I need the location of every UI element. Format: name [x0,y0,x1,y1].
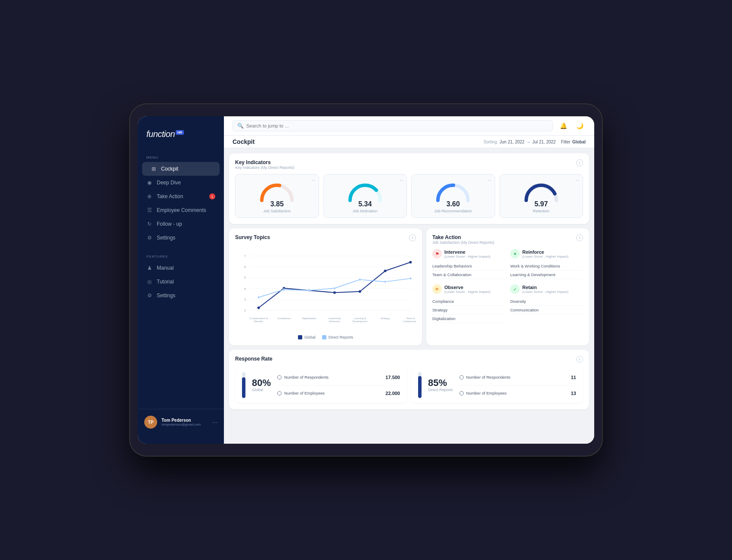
gauge-label-3: Job Recommendation [434,209,472,213]
key-indicators-card: Key Indicators Key Indicators (My Direct… [229,153,589,224]
svg-text:Digitalization: Digitalization [302,317,316,320]
key-indicators-subtitle: Key Indicators (My Direct Reports) [235,165,295,170]
reinforce-item-1[interactable]: Learning & Development [510,271,583,279]
gauge-job-satisfaction: — 3.85 Job Satisfaction [235,174,319,218]
stat-label-respondents-direct: Number of Respondents [459,375,511,380]
sidebar-item-manual[interactable]: ♟ Manual [138,261,224,275]
gauge-svg-3 [434,179,472,202]
gauges-row: — 3.85 Job Satisfaction — [235,174,583,218]
svg-text:Benefits: Benefits [254,320,263,323]
svg-point-24 [384,281,386,283]
svg-text:Leadership: Leadership [329,317,341,320]
retain-title: Retain [522,285,568,290]
svg-text:Compensation &: Compensation & [249,317,268,320]
gauge-label-1: Job Satisfaction [263,209,291,213]
survey-topics-info[interactable]: i [409,234,416,241]
stat-row-employees-direct: Number of Employees 13 [459,391,576,396]
gauge-svg-2 [346,179,385,202]
survey-topics-header: Survey Topics i [235,234,416,241]
response-rate-info[interactable]: i [576,356,583,363]
intervene-icon: ⚑ [432,249,442,258]
stat-circle-1 [277,375,282,380]
key-indicators-header: Key Indicators Key Indicators (My Direct… [235,159,583,170]
svg-point-19 [257,296,260,299]
stat-label-respondents-global: Number of Respondents [277,375,329,380]
user-profile[interactable]: TP Tom Pederson tompederson@gmail.com ··… [144,416,217,429]
gauge-mini-1: — [312,178,315,182]
user-info: Tom Pederson tompederson@gmail.com [161,418,208,426]
svg-point-16 [359,290,361,293]
legend-direct-reports: Direct Reports [322,335,354,339]
svg-text:Learning &: Learning & [354,317,366,320]
gauge-label-4: Retention [533,209,549,213]
observe-sub: (Lower Score - Higher Impact) [444,290,490,294]
notification-icon[interactable]: 🔔 [557,120,569,132]
sidebar-item-take-action[interactable]: ⊕ Take Action 1 [138,190,224,203]
key-indicators-title: Key Indicators [235,159,295,165]
main-content: 🔍 🔔 🌙 Cockpit Sorting Jun 21, 2022 → [224,116,594,444]
action-grid: ⚑ Intervene (Lower Score - Higher Impact… [432,249,583,323]
svg-text:2: 2 [244,308,246,312]
action-column-intervene: ⚑ Intervene (Lower Score - Higher Impact… [432,249,505,279]
survey-topics-title: Survey Topics [235,234,270,240]
response-bar-fill-global [242,377,245,398]
take-action-icon: ⊕ [146,193,152,199]
filter-global[interactable]: Filter Global [561,140,586,144]
take-action-subtitle: Job Satisfaction (My Direct Reports) [432,240,494,245]
retain-item-0[interactable]: Diversity [510,297,583,306]
sidebar-item-deep-dive[interactable]: ◉ Deep Dive [138,176,224,190]
observe-item-0[interactable]: Compliance [432,297,505,306]
observe-item-1[interactable]: Strategy [432,306,505,314]
observe-item-2[interactable]: Digitalization [432,314,505,323]
intervene-item-1[interactable]: Team & Collaboration [432,271,505,279]
theme-icon[interactable]: 🌙 [574,120,586,132]
take-action-badge: 1 [209,193,215,199]
retain-item-1[interactable]: Communication [510,306,583,314]
key-indicators-info[interactable]: i [576,159,583,166]
take-action-header: Take Action Job Satisfaction (My Direct … [432,234,583,245]
retain-sub: (Lower Score - Higher Impact) [522,290,568,294]
reinforce-item-0[interactable]: Work & Working Conditions [510,262,583,271]
stat-row-employees-global: Number of Employees 22.000 [277,391,400,396]
svg-point-17 [384,270,387,272]
dashboard-body: Key Indicators Key Indicators (My Direct… [224,148,594,444]
features-section: FEATURES ♟ Manual ◎ Tutorial ⚙ Settings [138,251,224,302]
top-bar: 🔍 🔔 🌙 [224,116,594,136]
stat-label-employees-direct: Number of Employees [459,391,507,395]
svg-text:7: 7 [244,254,246,258]
sidebar-item-cockpit[interactable]: ⊞ Cockpit [142,162,220,176]
svg-point-15 [333,291,336,294]
gauge-value-3: 3.60 [447,200,460,208]
sidebar-item-employee-comments[interactable]: ☰ Employee Comments [138,203,224,217]
action-column-retain: ✓ Retain (Lower Score - Higher Impact) D… [510,284,583,323]
retain-icon: ✓ [510,284,520,294]
svg-point-22 [333,287,335,289]
survey-topics-card: Survey Topics i [229,228,422,345]
gauge-mini-4: — [576,178,579,182]
intervene-header: ⚑ Intervene (Lower Score - Higher Impact… [432,249,505,258]
sidebar-item-settings[interactable]: ⚙ Settings [138,231,224,245]
survey-chart-area: 7 6 5 4 3 2 [235,246,416,332]
logo-area: functionHR [138,125,224,148]
svg-text:Collaboration: Collaboration [403,320,416,323]
svg-point-20 [283,289,285,291]
sidebar-item-tutorial[interactable]: ◎ Tutorial [138,275,224,289]
response-scope-global: Global [252,388,271,392]
chart-legend: Global Direct Reports [235,335,416,339]
search-input[interactable] [246,123,548,128]
sidebar-item-follow-up[interactable]: ↻ Follow - up [138,217,224,231]
svg-text:Compliance: Compliance [277,317,291,320]
intervene-item-0[interactable]: Leadership Behaviors [432,262,505,271]
top-bar-icons: 🔔 🌙 [557,120,586,132]
svg-text:Behaviors: Behaviors [329,320,340,323]
svg-point-18 [409,261,412,264]
svg-text:4: 4 [244,287,246,291]
reinforce-header: ✦ Reinforce (Lower Score - Higher Impact… [510,249,583,258]
take-action-info[interactable]: i [576,234,583,241]
svg-text:Team &: Team & [406,317,415,320]
gauge-value-2: 5.34 [358,200,372,208]
user-menu-icon[interactable]: ··· [212,419,217,426]
follow-up-icon: ↻ [146,221,152,227]
app-logo: functionHR [146,129,215,139]
sidebar-item-settings-feat[interactable]: ⚙ Settings [138,289,224,302]
